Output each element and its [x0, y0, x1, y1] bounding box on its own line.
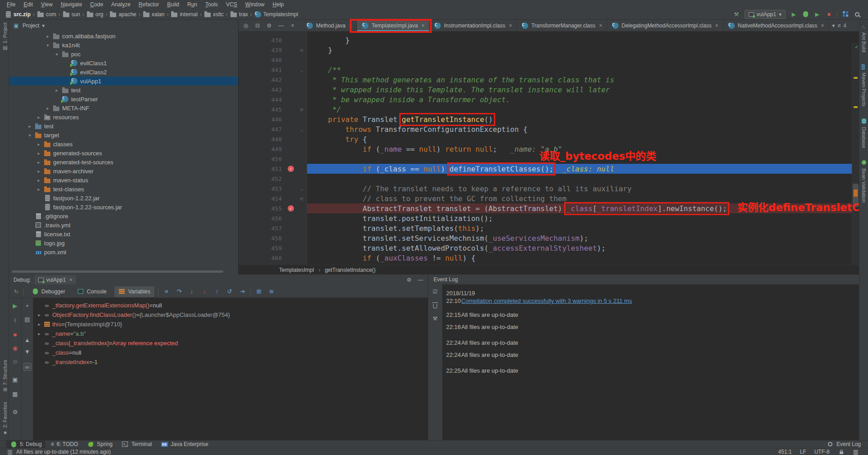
tree-collapsed-icon[interactable]: ▸ — [36, 187, 41, 192]
editor-tab[interactable]: CTransformerManager.class× — [517, 20, 607, 32]
tree-collapsed-icon[interactable]: ▸ — [45, 34, 50, 39]
evaluate-icon[interactable]: ⊞ — [254, 288, 263, 295]
sidebar-item-maven-projects[interactable]: mMaven Projects — [860, 63, 868, 107]
project-structure-button[interactable] — [842, 11, 849, 18]
breakpoint-icon[interactable]: ✓ — [288, 166, 294, 172]
menu-item-tools[interactable]: Tools — [201, 0, 222, 9]
breakpoint-icon[interactable]: ✓ — [288, 205, 294, 212]
editor-scrollbar[interactable]: ✔ — [852, 43, 859, 265]
breadcrumb-item[interactable]: org — [86, 11, 103, 18]
copy-icon[interactable]: ▤ — [23, 315, 32, 323]
editor-tab[interactable]: CMethod.java× — [302, 20, 357, 32]
breadcrumb-item[interactable]: com — [37, 11, 56, 18]
menu-item-refactor[interactable]: Refactor — [135, 0, 163, 9]
locate-icon[interactable]: ◎ — [242, 22, 249, 29]
editor-tab[interactable]: CDelegatingMethodAccessorImpl.class× — [607, 20, 723, 32]
tree-collapsed-icon[interactable]: ▸ — [54, 88, 59, 93]
thread-dump-icon[interactable]: ▣ — [11, 375, 19, 383]
step-out-icon[interactable]: ↑ — [212, 288, 222, 295]
close-icon[interactable]: × — [715, 23, 719, 29]
variable-row[interactable]: ∞_transletIndex = -1 — [35, 357, 428, 367]
sidebar-item-7-structure[interactable]: ⊞7: Structure — [2, 360, 8, 392]
fold-icon[interactable]: ⊟ — [296, 47, 307, 53]
tree-collapsed-icon[interactable]: ▸ — [27, 124, 32, 129]
menu-item-edit[interactable]: Edit — [19, 0, 37, 9]
tree-row[interactable]: ▸resources — [9, 113, 238, 122]
tree-row[interactable]: ▾ka1n4t — [9, 41, 238, 50]
force-step-into-icon[interactable]: ↓ — [200, 288, 209, 295]
hide-panel-icon[interactable]: — — [418, 277, 423, 283]
soft-wrap-icon[interactable]: ☑ — [432, 288, 439, 295]
tree-row[interactable]: CvulApp1 — [9, 77, 238, 86]
menu-item-analyze[interactable]: Analyze — [107, 0, 135, 9]
tree-row[interactable]: ▾target — [9, 131, 238, 140]
debug-session-tab[interactable]: vulApp1 × — [35, 275, 76, 284]
gear-icon[interactable]: ⚙ — [407, 277, 411, 283]
breadcrumb-item[interactable]: CTemplatesImpl — [254, 11, 298, 18]
gear-icon[interactable]: ⚙ — [266, 22, 273, 29]
search-everywhere-button[interactable] — [854, 11, 861, 18]
run-button[interactable]: ▶ — [790, 11, 797, 18]
tree-row[interactable]: license.txt — [9, 230, 238, 239]
drop-frame-icon[interactable]: ↺ — [225, 288, 234, 295]
build-hammer-icon[interactable]: ⚒ — [733, 11, 740, 18]
step-over-icon[interactable]: ↷ — [175, 288, 184, 295]
run-config-select[interactable]: vulApp1 ▾ — [745, 10, 786, 19]
variable-row[interactable]: ▸∞_name = "a.b" — [35, 329, 428, 338]
show-watches-icon[interactable]: ∞ — [23, 363, 32, 371]
sidebar-item-1-project[interactable]: ▤1: Project — [2, 23, 8, 51]
tree-row[interactable]: ▸classes — [9, 140, 238, 149]
tree-row[interactable]: .gitignore — [9, 212, 238, 221]
editor-tab[interactable]: CInstrumentationImpl.class× — [429, 20, 517, 32]
tree-row[interactable]: ▸generated-test-sources — [9, 158, 238, 167]
variable-row[interactable]: ▸∞ObjectFactory.findClassLoader() = {Lau… — [35, 310, 428, 320]
editor-tab[interactable]: CNativeMethodAccessorImpl.class× — [723, 20, 829, 32]
wrench-icon[interactable]: ⚒ — [432, 315, 439, 322]
line-ending[interactable]: LF — [800, 449, 806, 455]
tree-row[interactable]: ▸com.alibaba.fastjson — [9, 32, 238, 41]
trash-icon[interactable] — [432, 302, 439, 309]
breadcrumb-item[interactable]: internal — [171, 11, 197, 18]
fold-icon[interactable]: ⌄ — [296, 67, 307, 73]
menu-item-code[interactable]: Code — [86, 0, 107, 9]
editor-tab[interactable]: CTemplatesImpl.java× — [357, 20, 429, 32]
coverage-run-button[interactable]: ▶ — [814, 11, 821, 18]
tree-row[interactable]: fastjson-1.2.22.jar — [9, 194, 238, 203]
code-editor[interactable]: 438 }439⊟ }440441⌄ /**442 * This method … — [239, 32, 859, 265]
close-icon[interactable]: × — [349, 23, 352, 29]
tree-collapsed-icon[interactable]: ▸ — [35, 331, 43, 336]
tree-row[interactable]: fastjson-1.2.22-sources.jar — [9, 203, 238, 212]
tree-row[interactable]: .travis.yml — [9, 221, 238, 230]
variable-row[interactable]: ∞_class = null — [35, 348, 428, 357]
add-icon[interactable]: + — [23, 302, 32, 310]
variable-row[interactable]: ▸this = {TemplatesImpl@710} — [35, 320, 428, 329]
resume-icon[interactable]: ▶ — [11, 302, 19, 310]
tree-row[interactable]: CevilClass2 — [9, 68, 238, 77]
variable-row[interactable]: ∞_class[_transletIndex] = Array referenc… — [35, 338, 428, 348]
close-icon[interactable]: × — [69, 277, 72, 283]
tree-row[interactable]: ▸test — [9, 86, 238, 95]
tree-row[interactable]: ▸META-INF — [9, 104, 238, 113]
tree-expanded-icon[interactable]: ▾ — [54, 52, 59, 57]
breadcrumb-item[interactable]: xalan — [143, 11, 165, 18]
sidebar-item-2-favorites[interactable]: ★2: Favorites — [2, 402, 8, 436]
pause-icon[interactable]: ‖ — [11, 316, 19, 324]
tree-row[interactable]: ▾poc — [9, 50, 238, 59]
move-up-icon[interactable]: ▲ — [23, 336, 32, 344]
chevron-down-icon[interactable]: ▾ — [42, 23, 45, 29]
threads-icon[interactable]: ≡ — [162, 288, 171, 295]
tree-collapsed-icon[interactable]: ▸ — [36, 151, 41, 156]
hidden-tabs-widget[interactable]: ▾ ≡4 — [832, 23, 859, 29]
reader-mode-icon[interactable]: ▥ — [853, 449, 858, 455]
debug-tab-variables[interactable]: Variables — [114, 286, 154, 297]
close-icon[interactable]: × — [421, 23, 425, 29]
tree-collapsed-icon[interactable]: ▸ — [36, 115, 41, 120]
fold-icon[interactable]: ⌄ — [296, 126, 307, 132]
tree-row[interactable]: CevilClass1 — [9, 59, 238, 68]
tree-collapsed-icon[interactable]: ▸ — [36, 169, 41, 174]
layout-icon[interactable]: ≋ — [267, 288, 276, 295]
tool-window-toggle-icon[interactable]: ▥ — [6, 448, 14, 455]
breadcrumb-item[interactable]: xsltc — [204, 11, 224, 18]
tree-collapsed-icon[interactable]: ▸ — [45, 106, 50, 111]
tree-row[interactable]: logo.jpg — [9, 239, 238, 248]
